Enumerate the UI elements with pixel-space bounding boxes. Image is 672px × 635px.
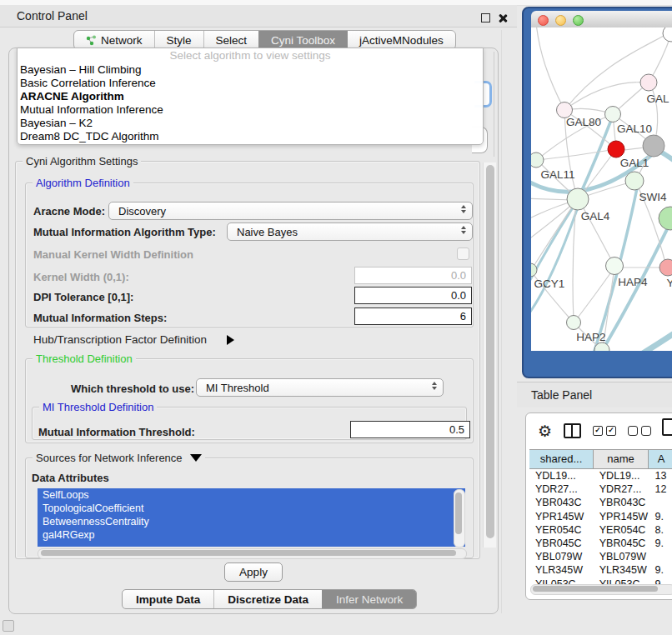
network-edge-highlighted[interactable] [636,328,672,351]
attributes-vertical-scrollbar[interactable] [454,489,465,548]
network-node-gal[interactable] [640,74,657,91]
close-panel-icon[interactable] [497,12,508,23]
dropdown-item-bayesian-hill-climbing[interactable]: Bayesian – Hill Climbing [18,63,483,77]
network-node-gal11[interactable] [531,152,544,168]
network-edge-highlighted[interactable] [531,202,576,288]
select-all-icon[interactable]: ✓ ✓ [593,426,616,436]
apply-button[interactable]: Apply [224,562,283,582]
panel-corner-icon[interactable] [3,620,14,632]
data-attributes-list[interactable]: SelfLoopsTopologicalCoefficientBetweenne… [38,488,465,547]
dropdown-item-aracne-algorithm[interactable]: ARACNE Algorithm [18,90,483,103]
mi-type-combobox[interactable]: Naive Bayes [227,222,473,241]
network-edge[interactable] [536,28,564,110]
network-edge[interactable] [531,201,576,270]
attributes-hscroll-thumb[interactable] [41,550,456,556]
kernel-width-field[interactable]: 0.0 [354,267,472,284]
tab-label: jActiveMNodules [359,34,444,47]
column-header-name[interactable]: name [594,450,649,468]
table-cell: YBR045C [594,537,649,550]
dropdown-item-basic-correlation-inference[interactable]: Basic Correlation Inference [18,77,483,90]
expand-right-icon[interactable] [227,333,234,348]
network-node-y[interactable] [659,259,672,276]
bottom-tab-impute-data[interactable]: Impute Data [123,590,213,608]
unchecked-box-icon [641,426,651,436]
dropdown-item-bayesian-k2[interactable]: Bayesian – K2 [18,117,483,130]
bottom-tab-discretize-data[interactable]: Discretize Data [213,590,322,608]
spinner-arrows-icon [432,382,437,390]
split-columns-icon[interactable] [564,423,581,438]
network-node-gal10[interactable] [605,107,621,122]
attribute-item-topologicalcoefficient[interactable]: TopologicalCoefficient [38,502,465,515]
network-node[interactable] [663,28,672,42]
dropdown-item-mutual-information-inference[interactable]: Mutual Information Inference [18,103,483,117]
network-edge[interactable] [538,149,616,160]
attributes-scroll-thumb[interactable] [455,492,462,534]
settings-vertical-scrollbar[interactable] [483,162,496,548]
float-panel-icon[interactable] [481,13,490,22]
column-header-a[interactable]: A [649,450,672,468]
node-label: HAP4 [618,276,648,288]
gear-icon[interactable]: ⚙ [538,422,552,439]
bottom-tab-infer-network[interactable]: Infer Network [322,590,416,608]
window-minimize-icon[interactable] [555,15,566,26]
control-panel-title: Control Panel [17,9,88,22]
attribute-item-selfloops[interactable]: SelfLoops [38,488,465,502]
table-row[interactable]: YER054CYER054C8. [529,523,672,537]
network-edge[interactable] [575,268,614,321]
network-node-swi4[interactable] [625,172,644,190]
table-row[interactable]: YPR145WYPR145W9. [529,510,672,523]
attribute-item-gal4rgexp[interactable]: gal4RGexp [38,528,465,542]
tab-style[interactable]: Style [154,31,203,49]
table-row[interactable]: YLR345WYLR345W9. [529,563,672,577]
attribute-item-partial[interactable] [38,542,465,547]
table-row[interactable]: YDL19...YDL19...13 [529,469,672,482]
attributes-horizontal-scrollbar[interactable] [38,548,467,559]
tab-jactivemnodules[interactable]: jActiveMNodules [347,31,455,49]
tab-network[interactable]: Network [74,31,154,49]
network-node-gal4[interactable] [567,188,589,210]
mi-threshold-field[interactable]: 0.5 [350,421,470,438]
window-close-icon[interactable] [538,15,549,26]
network-graph: GALGAL80GAL10GAL1GAL11SWI4GAL4GCY1HAP4YH… [531,28,672,351]
table-row[interactable]: YDR27...YDR27...12 [529,482,672,496]
table-row[interactable]: YBR045CYBR045C9. [529,537,672,550]
mi-steps-field[interactable]: 6 [354,308,472,325]
threshold-definition-title: Threshold Definition [33,352,136,365]
algorithm-definition-title: Algorithm Definition [33,177,133,189]
aracne-mode-value: Discovery [118,205,166,218]
column-header-shared[interactable]: shared... [529,450,594,468]
export-table-icon[interactable] [662,418,672,436]
settings-scroll-thumb[interactable] [486,165,494,538]
deselect-all-icon[interactable] [628,426,651,436]
dpi-tolerance-field[interactable]: 0.0 [354,287,472,304]
collapse-down-icon[interactable] [190,452,202,464]
network-node-hap2[interactable] [567,316,581,330]
network-edge-highlighted[interactable] [531,202,579,318]
dropdown-item-dream8-dc-tdc-algorithm[interactable]: Dream8 DC_TDC Algorithm [18,130,483,143]
dropdown-placeholder: Select algorithm to view settings [18,48,483,63]
table-row[interactable]: YBL079WYBL079W [529,550,672,563]
network-node-gal1[interactable] [608,141,624,158]
tab-select[interactable]: Select [203,31,259,49]
window-zoom-icon[interactable] [573,15,584,26]
network-node[interactable] [643,135,664,157]
table-panel-title: Table Panel [531,388,592,402]
table-horizontal-scrollbar[interactable] [530,584,672,595]
table-cell: YDL19... [594,469,649,482]
aracne-mode-combobox[interactable]: Discovery [108,202,473,220]
table-cell: YDL19... [529,469,594,482]
network-window-titlebar[interactable] [531,11,672,28]
network-node-hap4[interactable] [606,258,624,275]
attribute-item-betweennesscentrality[interactable]: BetweennessCentrality [38,515,465,528]
node-label: Y [666,277,672,289]
which-threshold-combobox[interactable]: MI Threshold [196,378,444,397]
network-canvas[interactable]: GALGAL80GAL10GAL1GAL11SWI4GAL4GCY1HAP4YH… [531,28,672,351]
manual-kernel-checkbox[interactable] [457,248,469,260]
tab-cyni-toolbox[interactable]: Cyni Toolbox [258,31,347,49]
table-toolbar: ⚙ ✓ ✓ [538,420,651,442]
table-row[interactable]: YBR043CYBR043C [529,496,672,509]
table-hscroll-thumb[interactable] [533,586,658,592]
network-node[interactable] [659,207,672,230]
table-cell: YBR043C [529,496,594,509]
network-node-gcy1[interactable] [531,263,537,277]
